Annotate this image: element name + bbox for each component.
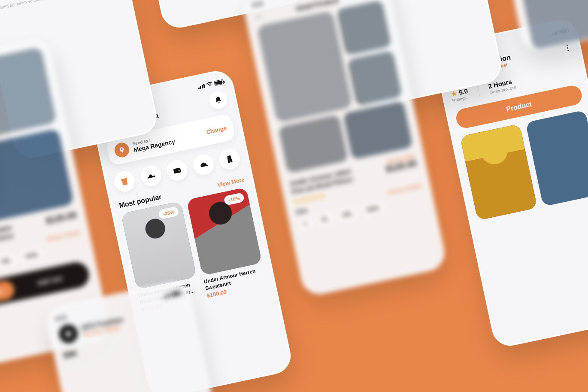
category-wallet[interactable] xyxy=(165,158,189,182)
battery-icon xyxy=(214,79,224,86)
product-card[interactable] xyxy=(460,124,537,220)
category-pants[interactable] xyxy=(217,147,242,171)
signal-icon xyxy=(197,83,205,89)
change-link[interactable]: Change xyxy=(206,125,227,135)
wifi-icon xyxy=(206,81,213,88)
view-more-link[interactable]: View More xyxy=(217,176,245,188)
product-card[interactable]: -10% Under Armour Herren Sweatshirt $100… xyxy=(186,187,267,299)
category-hat[interactable] xyxy=(191,152,215,177)
category-shirt[interactable] xyxy=(112,169,137,194)
notification-button[interactable] xyxy=(208,89,229,111)
pd-lorem: Ut enim ad minim veniam, quis nostrud xyxy=(0,0,120,11)
location-pin-icon xyxy=(113,141,130,158)
category-shoe[interactable] xyxy=(139,164,163,188)
back-icon[interactable]: ← xyxy=(254,11,264,22)
product-card[interactable] xyxy=(525,110,588,207)
bell-icon xyxy=(214,95,223,104)
svg-point-7 xyxy=(65,331,71,337)
svg-rect-3 xyxy=(173,167,181,173)
